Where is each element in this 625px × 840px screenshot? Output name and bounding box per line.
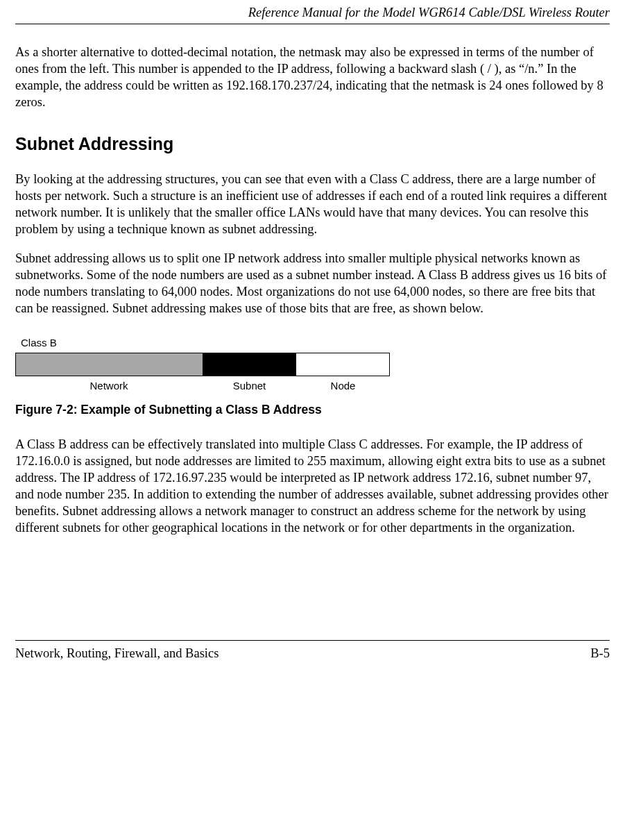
- footer-left: Network, Routing, Firewall, and Basics: [15, 645, 219, 662]
- page-header: Reference Manual for the Model WGR614 Ca…: [15, 0, 610, 24]
- diagram-segment-network: [16, 353, 203, 376]
- paragraph-intro: As a shorter alternative to dotted-decim…: [15, 44, 610, 110]
- diagram-label-network: Network: [15, 379, 203, 393]
- diagram-segment-subnet: [203, 353, 296, 376]
- diagram-label-node: Node: [296, 379, 390, 393]
- page-footer: Network, Routing, Firewall, and Basics B…: [15, 640, 610, 662]
- diagram-label-subnet: Subnet: [203, 379, 296, 393]
- figure-subnet-diagram: Class B Network Subnet Node: [15, 336, 610, 392]
- paragraph-subnet-2: Subnet addressing allows us to split one…: [15, 250, 610, 317]
- heading-subnet-addressing: Subnet Addressing: [15, 133, 610, 156]
- paragraph-subnet-1: By looking at the addressing structures,…: [15, 171, 610, 237]
- paragraph-subnet-3: A Class B address can be effectively tra…: [15, 436, 610, 536]
- diagram-labels-row: Network Subnet Node: [15, 379, 390, 393]
- footer-right: B-5: [590, 645, 610, 662]
- diagram-bar: [15, 353, 390, 376]
- figure-caption: Figure 7-2: Example of Subnetting a Clas…: [15, 402, 610, 418]
- diagram-segment-node: [296, 353, 389, 376]
- diagram-class-label: Class B: [21, 336, 610, 350]
